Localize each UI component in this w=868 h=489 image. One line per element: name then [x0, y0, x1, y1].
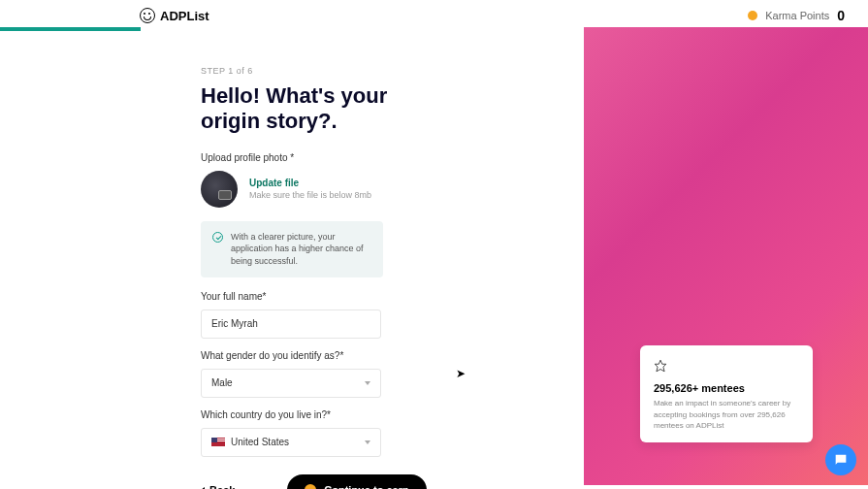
promo-count: 295,626+ mentees [654, 382, 799, 394]
country-select[interactable]: United States [201, 428, 381, 457]
chat-widget[interactable] [825, 444, 856, 475]
back-label: Back [209, 484, 235, 489]
promo-text: Make an impact in someone's career by ac… [654, 398, 799, 431]
chat-icon [833, 452, 849, 468]
gender-label: What gender do you identify as?* [201, 350, 584, 361]
upload-row: Update file Make sure the file is below … [201, 171, 584, 208]
step-indicator: STEP 1 of 6 [201, 66, 584, 76]
tip-text: With a clearer picture, your application… [231, 231, 371, 268]
karma-points[interactable]: Karma Points 0 [748, 8, 845, 23]
gender-select[interactable]: Male [201, 369, 381, 398]
main: STEP 1 of 6 Hello! What's your origin st… [0, 27, 868, 485]
karma-value: 0 [837, 8, 845, 23]
star-icon [654, 359, 667, 375]
progress-bar [0, 27, 141, 31]
country-value: United States [231, 437, 289, 447]
continue-label: Continue to earn [324, 484, 408, 489]
brand-logo[interactable]: ADPList [140, 8, 209, 23]
chevron-down-icon [365, 381, 370, 385]
karma-icon [748, 11, 757, 20]
brand-name: ADPList [160, 9, 209, 23]
update-file-link[interactable]: Update file [249, 178, 371, 188]
avatar[interactable] [201, 171, 238, 208]
chevron-down-icon [365, 440, 370, 444]
promo-panel: 295,626+ mentees Make an impact in someo… [584, 27, 868, 485]
back-button[interactable]: Back [201, 484, 235, 489]
promo-card: 295,626+ mentees Make an impact in someo… [640, 345, 813, 442]
name-label: Your full name* [201, 291, 584, 302]
upload-label: Upload profile photo * [201, 152, 584, 163]
gender-value: Male [211, 377, 233, 388]
page-title: Hello! What's your origin story?. [201, 83, 443, 135]
camera-icon [218, 190, 232, 200]
continue-button[interactable]: Continue to earn [287, 474, 426, 489]
karma-label: Karma Points [765, 10, 829, 21]
form-panel: STEP 1 of 6 Hello! What's your origin st… [0, 27, 584, 485]
name-input[interactable]: Eric Myrah [201, 310, 381, 339]
tip-box: With a clearer picture, your application… [201, 221, 383, 277]
country-label: Which country do you live in?* [201, 409, 584, 420]
coin-icon [305, 484, 316, 489]
name-value: Eric Myrah [211, 318, 258, 329]
logo-icon [140, 8, 155, 23]
us-flag-icon [211, 438, 225, 446]
form-footer: Back Continue to earn [201, 474, 584, 489]
file-size-hint: Make sure the file is below 8mb [249, 190, 371, 200]
shield-check-icon [212, 232, 223, 243]
svg-marker-0 [655, 361, 666, 373]
header: ADPList Karma Points 0 [0, 0, 868, 27]
